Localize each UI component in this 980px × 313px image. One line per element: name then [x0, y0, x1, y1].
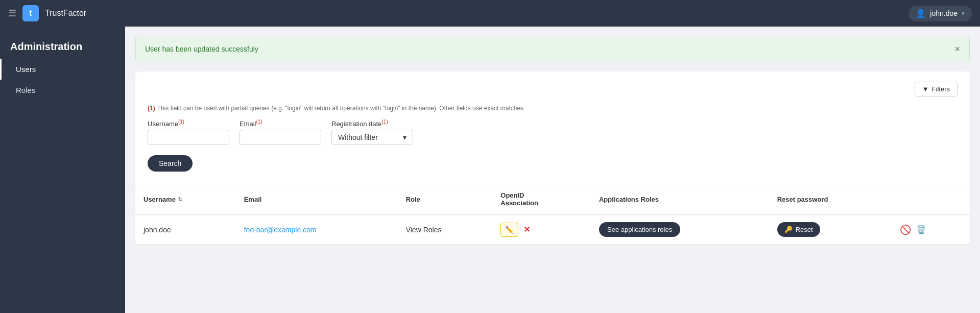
- users-table-container: Username ⇅ Email Role OpenIDAssociation …: [135, 184, 970, 245]
- main-content: User has been updated successfuly × ▼ Fi…: [125, 27, 980, 313]
- without-filter-label: Without filter: [338, 133, 378, 141]
- see-applications-roles-button[interactable]: See applications roles: [599, 222, 680, 237]
- user-avatar-icon: 👤: [916, 9, 926, 18]
- hint-text: This field can be used with partial quer…: [157, 105, 523, 112]
- registration-date-dropdown[interactable]: Without filter ▾: [331, 130, 413, 145]
- username-input[interactable]: [148, 130, 229, 145]
- cell-row-actions: 🚫 🗑️: [892, 214, 970, 245]
- sidebar: Administration Users Roles: [0, 27, 125, 313]
- cell-openid: ✏️ ✕: [492, 214, 591, 245]
- col-app-roles: Applications Roles: [591, 184, 769, 214]
- topnav: ☰ t TrustFactor 👤 john.doe ▾: [0, 0, 980, 27]
- success-message: User has been updated successfuly: [145, 45, 258, 53]
- table-body: john.doe foo-bar@example.com View Roles …: [135, 214, 970, 245]
- filter-section: ▼ Filters (1)This field can be used with…: [135, 71, 970, 184]
- col-openid: OpenIDAssociation: [492, 184, 591, 214]
- filter-hint: (1)This field can be used with partial q…: [148, 105, 958, 112]
- app-title: TrustFactor: [45, 9, 86, 18]
- chevron-down-icon: ▾: [962, 10, 965, 17]
- col-actions: [892, 184, 970, 214]
- registration-date-field-group: Registration date(1) Without filter ▾: [331, 119, 413, 145]
- email-link[interactable]: foo-bar@example.com: [244, 226, 317, 234]
- cell-username: john.doe: [135, 214, 236, 245]
- x-icon: ✕: [523, 225, 530, 234]
- layout: Administration Users Roles User has been…: [0, 27, 980, 313]
- table-header: Username ⇅ Email Role OpenIDAssociation …: [135, 184, 970, 214]
- col-role: Role: [398, 184, 493, 214]
- ban-user-icon[interactable]: 🚫: [900, 224, 911, 235]
- logo-icon: t: [22, 5, 39, 21]
- email-label: Email(1): [240, 119, 321, 128]
- users-table: Username ⇅ Email Role OpenIDAssociation …: [135, 184, 970, 245]
- menu-hamburger-icon[interactable]: ☰: [8, 8, 16, 19]
- sidebar-section-title: Administration: [0, 27, 125, 59]
- sidebar-item-roles-label: Roles: [16, 86, 35, 94]
- email-input[interactable]: [240, 130, 321, 145]
- delete-user-icon[interactable]: 🗑️: [916, 225, 926, 234]
- filter-toolbar-row: ▼ Filters: [148, 82, 958, 97]
- key-icon: 🔑: [784, 226, 793, 233]
- sort-icon[interactable]: ⇅: [178, 196, 182, 203]
- hint-ref: (1): [148, 105, 155, 112]
- filter-funnel-icon: ▼: [922, 85, 929, 93]
- content-box: ▼ Filters (1)This field can be used with…: [135, 71, 970, 245]
- registration-date-label: Registration date(1): [331, 119, 413, 128]
- cell-reset-password: 🔑 Reset: [769, 214, 892, 245]
- sidebar-item-roles[interactable]: Roles: [0, 80, 125, 101]
- search-button[interactable]: Search: [148, 155, 193, 172]
- filters-button-label: Filters: [932, 85, 950, 93]
- reset-password-button[interactable]: 🔑 Reset: [777, 222, 820, 237]
- sidebar-item-users[interactable]: Users: [0, 59, 125, 80]
- email-field-group: Email(1): [240, 119, 321, 145]
- reset-label: Reset: [796, 226, 813, 233]
- username-label: Username(1): [148, 119, 229, 128]
- dropdown-arrow-icon: ▾: [403, 133, 407, 141]
- edit-button[interactable]: ✏️: [500, 223, 518, 237]
- user-menu[interactable]: 👤 john.doe ▾: [909, 6, 972, 21]
- username-field-group: Username(1): [148, 119, 229, 145]
- user-label: john.doe: [930, 9, 958, 17]
- col-username: Username ⇅: [135, 184, 236, 214]
- col-reset-password: Reset password: [769, 184, 892, 214]
- cell-app-roles: See applications roles: [591, 214, 769, 245]
- filters-button[interactable]: ▼ Filters: [915, 82, 958, 97]
- filter-form-row: Username(1) Email(1) Registration date(1…: [148, 119, 958, 145]
- cell-email: foo-bar@example.com: [236, 214, 398, 245]
- cell-role: View Roles: [398, 214, 493, 245]
- close-banner-button[interactable]: ×: [954, 44, 960, 54]
- sidebar-item-users-label: Users: [16, 65, 36, 74]
- table-header-row: Username ⇅ Email Role OpenIDAssociation …: [135, 184, 970, 214]
- table-row: john.doe foo-bar@example.com View Roles …: [135, 214, 970, 245]
- col-email: Email: [236, 184, 398, 214]
- success-banner: User has been updated successfuly ×: [135, 37, 970, 61]
